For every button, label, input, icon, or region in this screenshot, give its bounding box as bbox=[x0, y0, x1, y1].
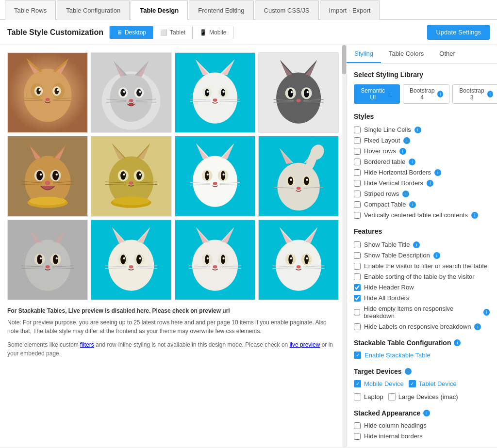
scrollbar-thumb[interactable] bbox=[342, 45, 346, 74]
svg-point-171 bbox=[123, 257, 125, 259]
stackable-info[interactable]: i bbox=[454, 339, 461, 346]
laptop-checkbox[interactable] bbox=[354, 393, 361, 400]
hide-header-checkbox[interactable] bbox=[354, 284, 361, 291]
svg-point-84 bbox=[45, 181, 50, 185]
bordered-table-checkbox[interactable] bbox=[354, 159, 361, 165]
svg-point-109 bbox=[113, 197, 150, 206]
table-row bbox=[258, 220, 339, 300]
tab-import-export[interactable]: Import - Export bbox=[320, 0, 380, 20]
tab-other[interactable]: Other bbox=[431, 45, 463, 63]
hide-horizontal-checkbox[interactable] bbox=[354, 169, 361, 176]
hide-vertical-info[interactable]: i bbox=[427, 180, 433, 187]
tab-table-colors[interactable]: Table Colors bbox=[381, 45, 431, 63]
tablet-label: Tablet bbox=[170, 29, 185, 36]
svg-point-12 bbox=[54, 88, 59, 94]
svg-point-30 bbox=[136, 89, 142, 96]
striped-rows-label: Striped rows bbox=[364, 190, 399, 197]
enable-stackable-checkbox[interactable] bbox=[354, 352, 361, 359]
bootstrap4-info-icon[interactable]: i bbox=[437, 91, 443, 97]
single-line-info[interactable]: i bbox=[414, 127, 421, 133]
styles-title: Styles bbox=[354, 112, 490, 120]
sub-header: Table Style Customization 🖥 Desktop ⬜ Ta… bbox=[0, 20, 497, 45]
hover-rows-label: Hover rows bbox=[364, 147, 396, 155]
svg-point-122 bbox=[213, 182, 217, 185]
show-title-checkbox[interactable] bbox=[354, 241, 361, 248]
tablet-device-checkbox[interactable] bbox=[409, 380, 416, 387]
tab-styling[interactable]: Styling bbox=[347, 45, 381, 63]
svg-point-83 bbox=[56, 174, 58, 176]
tab-table-rows[interactable]: Table Rows bbox=[5, 0, 56, 20]
mobile-btn[interactable]: 📱 Mobile bbox=[193, 26, 233, 39]
mobile-icon: 📱 bbox=[199, 29, 207, 36]
hide-all-borders-checkbox[interactable] bbox=[354, 295, 361, 302]
scrollbar-track[interactable] bbox=[342, 45, 346, 447]
svg-point-186 bbox=[205, 255, 209, 264]
svg-point-128 bbox=[277, 163, 320, 211]
target-devices-info[interactable]: i bbox=[405, 368, 412, 375]
svg-point-29 bbox=[120, 89, 126, 96]
svg-point-66 bbox=[306, 91, 308, 93]
feature-hide-all-borders: Hide All Borders bbox=[354, 294, 490, 302]
enable-sorting-checkbox[interactable] bbox=[354, 273, 361, 280]
hide-empty-info[interactable]: i bbox=[483, 309, 490, 316]
semantic-info-icon[interactable]: i bbox=[388, 91, 394, 97]
lib-bootstrap3[interactable]: Bootstrap 3 i bbox=[452, 84, 497, 104]
hide-labels-checkbox[interactable] bbox=[354, 323, 361, 330]
features-title: Features bbox=[354, 227, 490, 235]
single-line-checkbox[interactable] bbox=[354, 127, 361, 133]
stackable-title: Stackable Table Configuration bbox=[354, 339, 451, 347]
tab-table-configuration[interactable]: Table Configuration bbox=[57, 0, 130, 20]
hide-column-headings-checkbox[interactable] bbox=[354, 422, 361, 429]
fixed-layout-info[interactable]: i bbox=[403, 137, 410, 144]
svg-point-50 bbox=[213, 98, 217, 102]
show-description-info[interactable]: i bbox=[433, 252, 440, 259]
bordered-table-info[interactable]: i bbox=[409, 159, 415, 165]
desktop-btn[interactable]: 🖥 Desktop bbox=[110, 26, 153, 39]
lib-semantic-ui[interactable]: Semantic UI i bbox=[354, 84, 400, 104]
tab-table-design[interactable]: Table Design bbox=[131, 0, 188, 20]
striped-rows-info[interactable]: i bbox=[402, 191, 409, 197]
hide-internal-borders-checkbox[interactable] bbox=[354, 433, 361, 440]
show-description-checkbox[interactable] bbox=[354, 252, 361, 259]
hide-horizontal-info[interactable]: i bbox=[434, 169, 441, 176]
large-devices-checkbox[interactable] bbox=[388, 393, 396, 400]
svg-point-154 bbox=[40, 257, 42, 259]
top-tabs: Table Rows Table Configuration Table Des… bbox=[0, 0, 497, 20]
enable-filter-checkbox[interactable] bbox=[354, 263, 361, 270]
tab-frontend-editing[interactable]: Frontend Editing bbox=[189, 0, 253, 20]
hide-labels-info[interactable]: i bbox=[474, 323, 481, 330]
hide-all-borders-label: Hide All Borders bbox=[364, 294, 409, 302]
hide-empty-checkbox[interactable] bbox=[354, 309, 360, 316]
tab-custom-css[interactable]: Custom CSS/JS bbox=[255, 0, 319, 20]
vertically-centered-checkbox[interactable] bbox=[354, 212, 361, 219]
tablet-btn[interactable]: ⬜ Tablet bbox=[153, 26, 193, 39]
notice-bold: For Stackable Tables, Live preview is di… bbox=[7, 307, 339, 314]
compact-table-info[interactable]: i bbox=[409, 201, 416, 208]
svg-point-153 bbox=[53, 255, 58, 264]
svg-point-135 bbox=[288, 176, 293, 185]
live-preview-link[interactable]: live preview bbox=[290, 341, 320, 348]
update-settings-button[interactable]: Update Settings bbox=[427, 25, 490, 40]
enable-stackable-row: Enable Stackable Table bbox=[354, 352, 490, 359]
striped-rows-checkbox[interactable] bbox=[354, 191, 361, 197]
stacked-appearance-info[interactable]: i bbox=[423, 410, 430, 416]
hover-rows-info[interactable]: i bbox=[399, 148, 406, 155]
bootstrap3-info-icon[interactable]: i bbox=[487, 91, 493, 97]
lib-bootstrap4[interactable]: Bootstrap 4 i bbox=[403, 84, 449, 104]
table-row bbox=[258, 136, 339, 216]
hide-horizontal-label: Hide Horizontal Borders bbox=[364, 169, 431, 176]
style-single-line: Single Line Cells i bbox=[354, 126, 490, 133]
custom-filters-link[interactable]: filters bbox=[80, 341, 94, 348]
target-devices-title-row: Target Devices i bbox=[354, 368, 490, 375]
svg-point-207 bbox=[296, 265, 300, 269]
fixed-layout-checkbox[interactable] bbox=[354, 137, 361, 144]
vertically-centered-info[interactable]: i bbox=[471, 212, 478, 219]
compact-table-checkbox[interactable] bbox=[354, 201, 361, 208]
mobile-device-checkbox[interactable] bbox=[354, 380, 361, 387]
feature-show-title: Show Table Title i bbox=[354, 241, 490, 248]
svg-point-67 bbox=[296, 99, 300, 102]
image-grid bbox=[7, 52, 339, 300]
hide-vertical-checkbox[interactable] bbox=[354, 180, 361, 187]
show-title-info[interactable]: i bbox=[413, 241, 420, 248]
hover-rows-checkbox[interactable] bbox=[354, 148, 361, 155]
